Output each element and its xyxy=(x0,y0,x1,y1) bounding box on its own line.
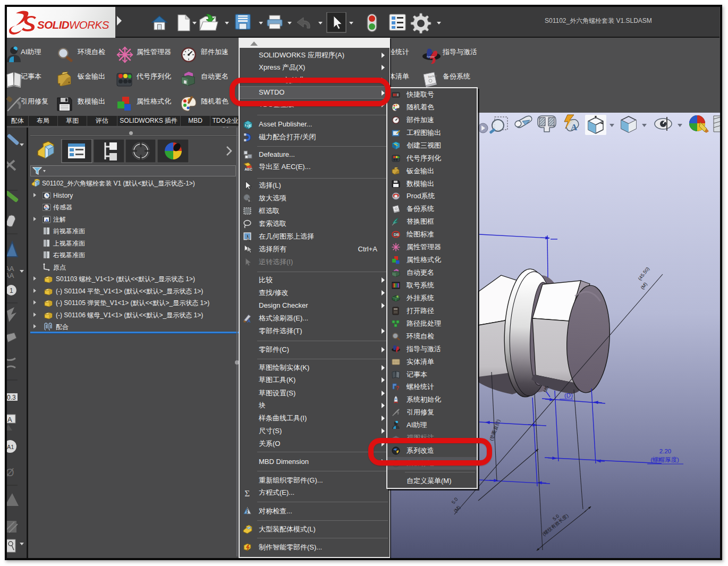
svg-text:0.3: 0.3 xyxy=(7,394,16,401)
svg-text:WORKS: WORKS xyxy=(69,19,109,31)
svg-text:A: A xyxy=(571,122,578,132)
svg-text:SOLID: SOLID xyxy=(37,19,70,31)
svg-text:AA: AA xyxy=(7,272,14,280)
svg-text:2.20: 2.20 xyxy=(659,448,671,454)
svg-text:DB: DB xyxy=(394,233,399,236)
svg-text:AEC: AEC xyxy=(244,167,252,171)
svg-text:A: A xyxy=(45,217,48,222)
svg-text:Ø: Ø xyxy=(7,467,14,478)
svg-text:1: 1 xyxy=(10,287,13,294)
svg-text:?: ? xyxy=(396,385,399,391)
svg-text:A1: A1 xyxy=(7,444,14,450)
svg-text:(螺帽厚度): (螺帽厚度) xyxy=(650,457,679,463)
svg-text:(D): (D) xyxy=(564,392,573,399)
svg-text:Σ: Σ xyxy=(244,488,250,497)
svg-text:A: A xyxy=(247,318,250,323)
svg-text:A: A xyxy=(7,416,12,424)
